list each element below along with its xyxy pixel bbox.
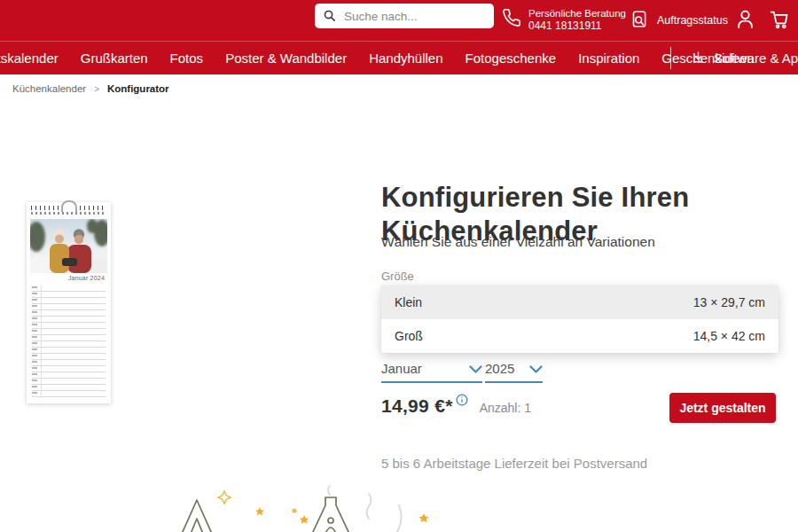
search-icon [323,9,336,26]
account-icon[interactable] [734,8,756,34]
phone-label: Persönliche Beratung [528,8,626,19]
size-dropdown-panel: Klein 13 × 29,7 cm Groß 14,5 × 42 cm [381,286,778,353]
star-icon [218,491,429,524]
order-status-icon [630,9,649,32]
main-navigation: Adventskalender Grußkarten Fotos Poster … [0,41,798,74]
calendar-binding-coils [31,212,106,215]
order-status-link[interactable]: Auftragsstatus [630,9,728,32]
delivery-note: 5 bis 6 Arbeitstage Lieferzeit bei Postv… [381,456,647,471]
download-icon [691,50,706,67]
start-month-select[interactable]: Januar [381,357,482,383]
size-option-dimensions: 13 × 29,7 cm [693,295,765,309]
calendar-photo [30,219,107,273]
nav-item-grusskarten[interactable]: Grußkarten [81,51,148,66]
design-now-button[interactable]: Jetzt gestalten [669,393,776,423]
start-month-value: Januar [381,361,422,376]
cart-icon[interactable] [768,8,790,34]
price-row: 14,99 €* Anzahl: 1 [381,395,531,417]
nav-item-fotogeschenke[interactable]: Fotogeschenke [466,51,557,66]
size-option-dimensions: 14,5 × 42 cm [693,329,765,343]
house-icon [182,497,349,532]
software-apps-label: Software & Apps [714,51,798,66]
breadcrumb: Küchenkalender > Konfigurator [12,78,169,99]
size-label: Größe [381,270,414,283]
nav-right-group: Software & Apps [670,42,798,74]
software-apps-link[interactable]: Software & Apps [691,50,798,67]
chevron-down-icon [529,361,543,376]
decor-illustration [0,479,798,532]
breadcrumb-separator-icon: > [94,84,99,94]
quantity-label: Anzahl: 1 [480,401,531,415]
size-option-gross[interactable]: Groß 14,5 × 42 cm [381,319,778,353]
chevron-down-icon [469,361,482,376]
calendar-hanger [61,200,77,212]
calendar-day-grid [32,286,106,398]
nav-item-fotos[interactable]: Fotos [170,51,204,66]
nav-item-poster-wandbilder[interactable]: Poster & Wandbilder [225,51,347,66]
search-box [315,4,494,28]
calendar-month-label: Januar 2024 [68,275,105,281]
page-subtitle: Wählen Sie aus einer Vielzahl an Variati… [381,234,655,250]
order-status-label: Auftragsstatus [657,14,728,27]
size-option-klein[interactable]: Klein 13 × 29,7 cm [381,286,778,319]
phone-contact-link[interactable]: Persönliche Beratung 0441 18131911 [502,7,626,32]
search-input[interactable] [315,4,494,28]
smoke-icon [328,486,402,532]
size-option-name: Klein [395,295,422,309]
breadcrumb-parent[interactable]: Küchenkalender [12,83,86,94]
nav-divider [670,47,671,69]
nav-item-list: Adventskalender Grußkarten Fotos Poster … [0,42,755,74]
page: Persönliche Beratung 0441 18131911 Auftr… [0,0,798,532]
nav-item-handyhuellen[interactable]: Handyhüllen [369,51,442,66]
start-year-select[interactable]: 2025 [485,357,543,383]
phone-text: Persönliche Beratung 0441 18131911 [528,7,626,32]
info-icon[interactable] [456,394,468,410]
start-year-value: 2025 [485,361,514,376]
size-option-name: Groß [395,329,423,343]
phone-number: 0441 18131911 [528,20,602,32]
nav-item-adventskalender[interactable]: Adventskalender [0,51,59,66]
nav-item-inspiration[interactable]: Inspiration [578,51,639,66]
top-header-bar: Persönliche Beratung 0441 18131911 Auftr… [0,0,798,41]
breadcrumb-current: Konfigurator [107,83,169,94]
phone-icon [502,8,521,31]
product-preview-calendar: Januar 2024 [27,202,111,403]
price-value: 14,99 €* [381,395,453,417]
